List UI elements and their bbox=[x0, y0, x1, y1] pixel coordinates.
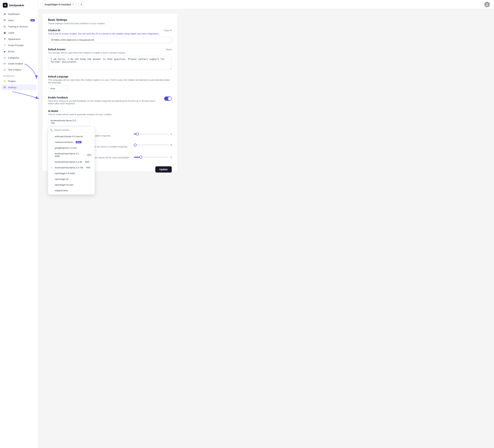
main-content: SnapWidget AI Assistant ⇅ ⬆ Basic Settin… bbox=[38, 0, 494, 448]
sidebar-item-training-sources[interactable]: ◎ Training & Sources bbox=[1, 24, 37, 29]
svg-point-5 bbox=[486, 5, 488, 6]
model-option-cohere[interactable]: cohere/command-r New bbox=[48, 139, 95, 145]
sidebar-item-label: Echos bbox=[8, 50, 14, 53]
training-icon: ◎ bbox=[3, 25, 6, 28]
sidebar-item-label: Leads bbox=[8, 32, 14, 34]
copy-id-button[interactable]: Copy ID bbox=[164, 29, 172, 32]
reset-button[interactable]: Reset bbox=[166, 48, 172, 51]
page-desc: These settings control the basic behavio… bbox=[48, 22, 172, 25]
test-chatbot-icon: ◻ bbox=[3, 68, 6, 71]
enable-feedback-block: Enable Feedback Allow your visitors to p… bbox=[48, 96, 172, 105]
chatbot-id-block: Chatbot ID Copy ID This is the ID of you… bbox=[48, 29, 172, 43]
similarity-value: 0 bbox=[171, 144, 172, 146]
temperature-thumb[interactable] bbox=[139, 156, 142, 158]
sidebar-item-categories[interactable]: ◇ Categories bbox=[1, 55, 37, 61]
temperature-value: 2 bbox=[171, 156, 172, 158]
smart-prompts-icon: ✧ bbox=[3, 44, 6, 47]
sidebar-item-inbox[interactable]: ✉ Inbox 61 bbox=[1, 17, 37, 23]
sidebar-item-appearance[interactable]: ✦ Appearance bbox=[1, 36, 37, 42]
language-select[interactable]: Auto English Spanish French German bbox=[48, 85, 69, 91]
sidebar-item-install-chatbot[interactable]: </> Install Chatbot bbox=[1, 61, 37, 66]
ai-model-label: AI Model bbox=[48, 110, 172, 112]
beta-badge: Beta bbox=[84, 161, 90, 163]
logo-icon bbox=[3, 3, 8, 8]
model-option-llama70b[interactable]: ✓ klusterai/meta-llama-3.3-70b Beta bbox=[48, 165, 95, 170]
svg-point-1 bbox=[4, 4, 6, 6]
search-icon: 🔍 bbox=[50, 129, 53, 131]
dashboard-icon: ⊞ bbox=[3, 12, 6, 16]
settings-icon: ⊞ bbox=[3, 86, 6, 89]
max-sources-thumb[interactable] bbox=[136, 133, 139, 135]
default-answer-desc: This answer will be used when the chatbo… bbox=[48, 51, 172, 54]
chatbot-name: SnapWidget AI Assistant bbox=[45, 3, 71, 6]
appearance-icon: ✦ bbox=[3, 37, 6, 41]
max-sources-value: 1 bbox=[171, 133, 172, 135]
echos-icon: ◈ bbox=[3, 50, 6, 53]
sidebar-item-label: Smart Prompts bbox=[8, 44, 24, 47]
model-option-gpt4o-mini[interactable]: openai/gpt-4o-mini bbox=[48, 182, 95, 188]
plugins-icon: ⚡ bbox=[3, 80, 6, 83]
update-button[interactable]: Update bbox=[155, 166, 172, 172]
model-option-gpt35[interactable]: openai/gpt-3.5-turbo bbox=[48, 170, 95, 176]
chevron-updown-icon: ⇅ bbox=[73, 3, 74, 6]
feedback-desc: Allow your visitors to provide feedback … bbox=[48, 100, 161, 105]
default-answer-label: Default Answer Reset bbox=[48, 48, 172, 51]
sidebar-item-plugins[interactable]: ⚡ Plugins bbox=[1, 78, 37, 84]
beta-badge: Beta bbox=[86, 167, 91, 169]
default-answer-input[interactable]: I am sorry, I do not know the answer to … bbox=[48, 56, 172, 70]
beta-badge: Beta bbox=[86, 154, 92, 156]
sidebar-item-label: Appearance bbox=[8, 38, 21, 40]
model-dropdown: 🔍 anthropic/claude-3-5-sonnet bbox=[48, 127, 95, 194]
sidebar-item-label: Training & Sources bbox=[8, 25, 28, 28]
language-select-wrapper: Auto English Spanish French German ⌄ bbox=[48, 85, 69, 91]
sidebar-item-smart-prompts[interactable]: ✧ Smart Prompts bbox=[1, 42, 37, 48]
sidebar-item-label: Install Chatbot bbox=[8, 62, 23, 65]
sidebar-item-label: Settings bbox=[8, 86, 16, 89]
sidebar-item-settings[interactable]: ⊞ Settings bbox=[1, 84, 37, 90]
model-option-gpt4o[interactable]: openai/gpt-4o bbox=[48, 176, 95, 182]
sidebar-item-test-chatbot[interactable]: ◻ Test Chatbot bbox=[1, 67, 37, 73]
max-sources-track[interactable] bbox=[134, 133, 169, 134]
model-dropdown-items: anthropic/claude-3-5-sonnet cohere/comma… bbox=[48, 133, 95, 194]
ai-model-selector: klusterai/meta-llama-3.3-70b ⌄ 🔍 bbox=[48, 118, 90, 126]
default-language-label: Default Language bbox=[48, 75, 172, 78]
similarity-thumb[interactable] bbox=[134, 144, 136, 146]
model-option-llama405b[interactable]: klusterai/meta-llama-3.1-405b Beta bbox=[48, 151, 95, 159]
ai-model-current-value[interactable]: klusterai/meta-llama-3.3-70b ⌄ bbox=[48, 118, 90, 126]
inbox-icon: ✉ bbox=[3, 19, 6, 22]
inbox-badge: 61 bbox=[30, 19, 35, 22]
sidebar-item-label: Dashboard bbox=[8, 13, 19, 15]
chatbot-selector[interactable]: SnapWidget AI Assistant ⇅ bbox=[42, 2, 76, 7]
model-option-llama8b[interactable]: klusterai/meta-llama-3.1-8b Beta bbox=[48, 159, 95, 165]
feedback-label: Enable Feedback bbox=[48, 96, 161, 99]
chatbot-id-label: Chatbot ID Copy ID bbox=[48, 29, 172, 32]
chatbot-id-input[interactable] bbox=[48, 37, 172, 43]
feedback-toggle[interactable] bbox=[164, 97, 172, 101]
export-button[interactable]: ⬆ bbox=[78, 2, 84, 7]
sidebar-nav: ⊞ Dashboard ✉ Inbox 61 ◎ Training & Sour… bbox=[0, 11, 38, 445]
similarity-track[interactable] bbox=[134, 145, 169, 145]
model-option-claude[interactable]: anthropic/claude-3-5-sonnet bbox=[48, 133, 95, 139]
chevron-down-icon: ⌄ bbox=[81, 121, 83, 123]
model-search-input[interactable] bbox=[54, 129, 93, 131]
app-name: SiteSpeakAI bbox=[9, 4, 24, 7]
sidebar-item-dashboard[interactable]: ⊞ Dashboard bbox=[1, 11, 37, 17]
sidebar-item-leads[interactable]: ◉ Leads bbox=[1, 30, 37, 36]
default-answer-block: Default Answer Reset This answer will be… bbox=[48, 48, 172, 70]
temperature-track[interactable] bbox=[134, 157, 169, 158]
new-badge: New bbox=[76, 141, 81, 143]
sidebar-item-label: Inbox bbox=[8, 19, 14, 22]
user-avatar[interactable] bbox=[484, 2, 490, 7]
app-logo: SiteSpeakAI bbox=[0, 3, 38, 11]
leads-icon: ◉ bbox=[3, 31, 6, 34]
model-option-gemini[interactable]: google/gemini-1.5-pro bbox=[48, 145, 95, 151]
topbar: SnapWidget AI Assistant ⇅ ⬆ bbox=[38, 0, 494, 9]
sidebar-item-echos[interactable]: ◈ Echos bbox=[1, 48, 37, 54]
model-option-grok[interactable]: xai/grok-beta bbox=[48, 188, 95, 193]
settings-card: Basic Settings These settings control th… bbox=[42, 13, 177, 171]
ai-model-block: AI Model This AI model will be used to g… bbox=[48, 110, 172, 126]
default-language-block: Default Language This language will be u… bbox=[48, 75, 172, 91]
default-language-desc: This language will be used when the chat… bbox=[48, 79, 172, 84]
check-icon: ✓ bbox=[51, 166, 53, 169]
topbar-left: SnapWidget AI Assistant ⇅ ⬆ bbox=[42, 2, 84, 7]
